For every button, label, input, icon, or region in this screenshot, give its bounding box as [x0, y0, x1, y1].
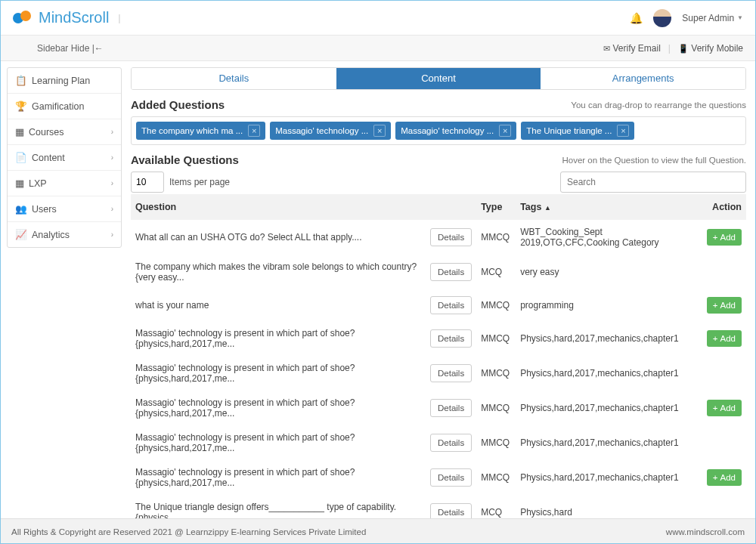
plus-icon: +	[713, 233, 718, 242]
table-row: Massagio' technology is present in which…	[131, 356, 746, 391]
cell-type: MMCQ	[476, 356, 516, 391]
cell-question: What all can an USHA OTG do? Select ALL …	[131, 220, 426, 255]
details-button[interactable]: Details	[430, 399, 472, 417]
sidebar-item-analytics[interactable]: 📈Analytics›	[8, 222, 121, 247]
table-row: The company which makes the vibram sole …	[131, 255, 746, 289]
cell-type: MMCQ	[476, 289, 516, 321]
cell-tags: Physics,hard,2017,mechanics,chapter1	[516, 321, 702, 356]
caret-down-icon: ▼	[737, 14, 743, 21]
brand-text: MindScroll	[39, 9, 109, 26]
cell-type: MMCQ	[476, 391, 516, 425]
plus-icon: +	[713, 334, 718, 343]
sidebar-item-content[interactable]: 📄Content›	[8, 145, 121, 171]
phone-icon: 📱	[678, 44, 689, 53]
details-button[interactable]: Details	[430, 329, 472, 348]
chip-remove-icon[interactable]: ×	[373, 125, 386, 137]
questions-table: Question Type Tags ▲ Action What all can…	[131, 194, 746, 518]
question-chip[interactable]: Massagio' technology ...×	[395, 122, 516, 140]
user-name: Super Admin	[682, 13, 734, 23]
col-action: Action	[702, 194, 746, 220]
details-button[interactable]: Details	[430, 468, 472, 487]
search-input[interactable]	[560, 172, 746, 193]
details-button[interactable]: Details	[430, 434, 472, 452]
tab-content[interactable]: Content	[336, 68, 541, 89]
items-per-page-label: Items per page	[169, 177, 230, 187]
sub-divider: |	[668, 43, 671, 54]
mail-icon: ✉	[603, 44, 610, 53]
cell-question: Massagio' technology is present in which…	[131, 356, 426, 391]
sidebar-item-courses[interactable]: ▦Courses›	[8, 119, 121, 145]
details-button[interactable]: Details	[430, 228, 472, 246]
footer: All Rights & Copyright are Reserved 2021…	[1, 518, 755, 544]
sidebar-item-gamification[interactable]: 🏆Gamification	[8, 94, 121, 119]
sidebar-item-learning-plan[interactable]: 📋Learning Plan	[8, 68, 121, 94]
cell-type: MMCQ	[476, 460, 516, 495]
cell-tags: Physics,hard,2017,mechanics,chapter1	[516, 460, 702, 495]
cell-question: Massagio' technology is present in which…	[131, 391, 426, 425]
cell-tags: very easy	[516, 255, 702, 289]
nav-icon: ▦	[15, 126, 24, 138]
details-button[interactable]: Details	[430, 503, 472, 518]
nav-icon: 🏆	[15, 100, 27, 112]
plus-icon: +	[713, 301, 718, 310]
added-questions-hint: You can drag-drop to rearrange the quest…	[571, 100, 746, 110]
cell-type: MCQ	[476, 495, 516, 518]
col-type[interactable]: Type	[476, 194, 516, 220]
sidebar-item-lxp[interactable]: ▦LXP›	[8, 171, 121, 196]
question-chip[interactable]: The company which ma ...×	[136, 122, 265, 140]
question-chip[interactable]: Massagio' technology ...×	[270, 122, 391, 140]
sidebar-item-users[interactable]: 👥Users›	[8, 196, 121, 222]
details-button[interactable]: Details	[430, 296, 472, 314]
nav-icon: 📈	[15, 229, 27, 240]
table-row: The Unique triangle design offers_______…	[131, 495, 746, 518]
verify-email-link[interactable]: ✉ Verify Email	[603, 43, 661, 54]
brand[interactable]: MindScroll	[13, 9, 109, 26]
sidebar-hide-toggle[interactable]: Sidebar Hide |←	[37, 43, 104, 54]
items-per-page-input[interactable]	[131, 172, 164, 193]
chip-remove-icon[interactable]: ×	[617, 125, 629, 137]
chevron-right-icon: ›	[111, 153, 113, 162]
main: Details Content Arrangements Added Quest…	[122, 61, 755, 518]
details-button[interactable]: Details	[430, 263, 472, 281]
cell-tags: Physics,hard,2017,mechanics,chapter1	[516, 425, 702, 460]
footer-copyright: All Rights & Copyright are Reserved 2021…	[11, 527, 366, 536]
col-tags[interactable]: Tags ▲	[516, 194, 702, 220]
nav-icon: ▦	[15, 178, 24, 189]
add-button[interactable]: +Add	[707, 229, 742, 246]
chevron-right-icon: ›	[111, 230, 113, 239]
add-button[interactable]: +Add	[707, 469, 742, 486]
avatar[interactable]	[653, 9, 671, 27]
details-button[interactable]: Details	[430, 364, 472, 382]
available-questions-title: Available Questions	[131, 153, 239, 166]
footer-link[interactable]: www.mindscroll.com	[666, 527, 745, 536]
add-button[interactable]: +Add	[707, 330, 742, 347]
nav-icon: 📄	[15, 152, 27, 163]
cell-tags: Physics,hard,2017,mechanics,chapter1	[516, 391, 702, 425]
topbar: MindScroll | 🔔 Super Admin ▼	[1, 1, 755, 36]
cell-type: MMCQ	[476, 425, 516, 460]
cell-question: Massagio' technology is present in which…	[131, 425, 426, 460]
col-question[interactable]: Question	[131, 194, 426, 220]
chip-remove-icon[interactable]: ×	[499, 125, 511, 137]
sort-asc-icon: ▲	[544, 204, 551, 212]
add-button[interactable]: +Add	[707, 400, 742, 416]
table-row: what is your nameDetailsMMCQprogramming+…	[131, 289, 746, 321]
verify-mobile-link[interactable]: 📱 Verify Mobile	[678, 43, 743, 54]
table-row: Massagio' technology is present in which…	[131, 321, 746, 356]
question-chip[interactable]: The Unique triangle ...×	[521, 122, 634, 140]
cell-type: MMCQ	[476, 321, 516, 356]
add-button[interactable]: +Add	[707, 297, 742, 314]
cell-question: Massagio' technology is present in which…	[131, 460, 426, 495]
cell-type: MMCQ	[476, 220, 516, 255]
nav-icon: 👥	[15, 203, 27, 215]
cell-tags: WBT_Cooking_Sept 2019,OTG,CFC,Cooking Ca…	[516, 220, 702, 255]
table-row: Massagio' technology is present in which…	[131, 425, 746, 460]
chip-remove-icon[interactable]: ×	[248, 125, 260, 137]
user-menu[interactable]: Super Admin ▼	[682, 13, 743, 23]
table-row: Massagio' technology is present in which…	[131, 460, 746, 495]
available-questions-hint: Hover on the Question to view the full Q…	[562, 156, 746, 165]
tab-arrangements[interactable]: Arrangements	[541, 68, 745, 89]
bell-icon[interactable]: 🔔	[630, 12, 643, 24]
cell-question: The company which makes the vibram sole …	[131, 255, 426, 289]
tab-details[interactable]: Details	[132, 68, 336, 89]
